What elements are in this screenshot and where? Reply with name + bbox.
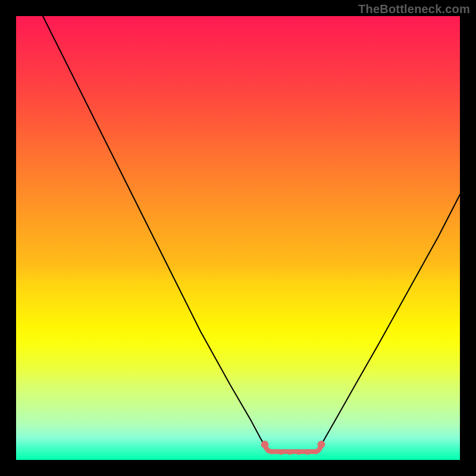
curve-marker [270,449,274,454]
watermark-text: TheBottleneck.com [358,2,470,16]
curve-marker [313,449,318,454]
chart-frame: TheBottleneck.com [0,0,476,476]
curve-marker [261,441,268,448]
curve-marker [305,450,310,455]
chart-svg [16,16,460,460]
plot-area [16,16,460,460]
curve-marker [287,450,292,455]
bottleneck-curve [43,16,460,452]
curve-marker [296,450,301,455]
curve-marker [318,441,325,448]
curve-marker [278,450,283,455]
